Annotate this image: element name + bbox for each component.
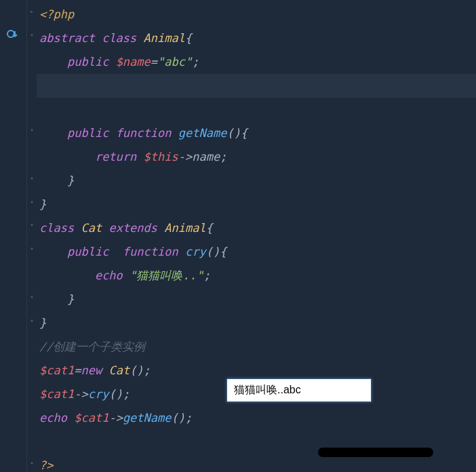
variable: $cat1 <box>39 363 74 377</box>
redaction-bar <box>318 448 433 457</box>
variable: $cat1 <box>74 411 108 425</box>
string: "abc" <box>157 55 192 68</box>
semicolon: ; <box>185 411 192 425</box>
keyword: echo <box>95 269 123 282</box>
function-name: cry <box>185 245 206 258</box>
parens: () <box>108 387 122 401</box>
code-line[interactable]: echo $cat1->getName(); <box>37 406 476 430</box>
code-area[interactable]: <?php abstract class Animal{ public $nam… <box>37 0 476 472</box>
svg-point-0 <box>7 31 14 37</box>
semicolon: ; <box>123 387 130 401</box>
property: name <box>192 150 220 163</box>
code-line-active[interactable] <box>37 74 476 98</box>
code-line[interactable]: abstract class Animal{ <box>37 26 476 50</box>
operator: = <box>74 363 81 377</box>
class-name: Cat <box>81 221 102 235</box>
code-line[interactable]: public function getName(){ <box>37 121 476 145</box>
variable: $this <box>144 150 178 163</box>
implements-icon[interactable] <box>4 26 20 42</box>
code-editor[interactable]: ▸ ▾ ▾ ▴ ▴ ▾ ▾ ▴ ▴ ▴ <?php abstract class… <box>0 0 476 472</box>
fold-icon[interactable]: ▴ <box>28 198 35 205</box>
fold-icon[interactable]: ▴ <box>28 459 35 466</box>
code-line[interactable]: //创建一个子类实例 <box>37 335 476 359</box>
operator: = <box>151 55 157 68</box>
brace: } <box>39 197 46 211</box>
fold-icon[interactable]: ▾ <box>28 222 35 229</box>
semicolon: ; <box>220 150 226 163</box>
keyword: new <box>81 363 102 377</box>
php-open-tag: <?php <box>39 7 74 21</box>
keyword: extends <box>108 221 157 235</box>
code-line[interactable]: class Cat extends Animal{ <box>37 216 476 240</box>
string: "猫猫叫唤.." <box>130 269 203 282</box>
keyword: public <box>67 245 108 258</box>
parens: () <box>226 126 240 140</box>
parens: () <box>172 411 185 425</box>
keyword: public <box>67 55 108 68</box>
class-name: Cat <box>108 363 130 377</box>
fold-icon[interactable]: ▸ <box>28 8 35 15</box>
semicolon: ; <box>203 269 210 282</box>
brace: } <box>67 174 74 187</box>
fold-icon[interactable]: ▾ <box>28 127 35 134</box>
fold-icon[interactable]: ▾ <box>28 245 35 252</box>
brace: { <box>220 245 226 258</box>
fold-icon[interactable]: ▴ <box>28 293 35 300</box>
brace: { <box>185 31 192 45</box>
code-line[interactable]: } <box>37 169 476 193</box>
keyword: return <box>95 150 136 163</box>
class-name: Animal <box>144 31 185 45</box>
keyword: function <box>116 126 172 140</box>
brace: { <box>241 126 247 140</box>
arrow: -> <box>108 411 122 425</box>
function-call: cry <box>88 387 109 401</box>
keyword: class <box>39 221 74 235</box>
code-line[interactable]: } <box>37 311 476 335</box>
code-line[interactable]: return $this->name; <box>37 145 476 169</box>
keyword: function <box>123 245 178 258</box>
function-call: getName <box>123 411 172 425</box>
keyword: echo <box>39 411 67 425</box>
code-line[interactable]: public function cry(){ <box>37 240 476 264</box>
code-line[interactable]: } <box>37 193 476 216</box>
brace: } <box>67 292 74 306</box>
brace: } <box>39 316 46 330</box>
php-close-tag: ?> <box>39 458 53 472</box>
editor-gutter <box>0 0 27 472</box>
variable: $name <box>116 55 151 68</box>
parens: () <box>130 363 143 377</box>
output-tooltip: 猫猫叫唤..abc <box>226 378 372 402</box>
arrow: -> <box>178 150 192 163</box>
keyword: abstract <box>39 31 95 45</box>
fold-icon[interactable]: ▴ <box>28 317 35 323</box>
keyword: public <box>67 126 108 140</box>
code-line[interactable]: public $name="abc"; <box>37 50 476 74</box>
code-line[interactable]: <?php <box>37 3 476 26</box>
brace: { <box>206 221 213 235</box>
parens: () <box>206 245 220 258</box>
semicolon: ; <box>192 55 199 68</box>
code-line[interactable]: echo "猫猫叫唤.."; <box>37 264 476 288</box>
fold-icon[interactable]: ▴ <box>28 174 35 181</box>
code-line[interactable] <box>37 98 476 121</box>
comment: //创建一个子类实例 <box>39 340 145 353</box>
fold-icon[interactable]: ▾ <box>28 32 35 39</box>
code-line[interactable]: } <box>37 288 476 311</box>
function-name: getName <box>178 126 227 140</box>
semicolon: ; <box>144 363 151 377</box>
keyword: class <box>102 31 136 45</box>
arrow: -> <box>74 387 87 401</box>
fold-column: ▸ ▾ ▾ ▴ ▴ ▾ ▾ ▴ ▴ ▴ <box>27 0 37 472</box>
class-name: Animal <box>164 221 205 235</box>
variable: $cat1 <box>39 387 74 401</box>
